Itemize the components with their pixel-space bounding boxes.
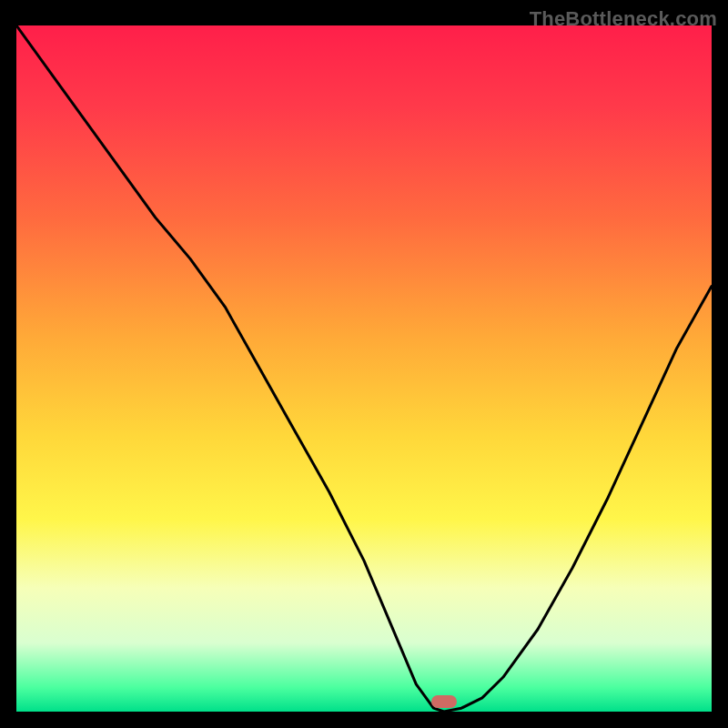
chart-background: [16, 25, 712, 712]
chart-svg: [16, 25, 712, 712]
plot-area: [16, 25, 712, 712]
chart-frame: TheBottleneck.com: [0, 0, 728, 728]
